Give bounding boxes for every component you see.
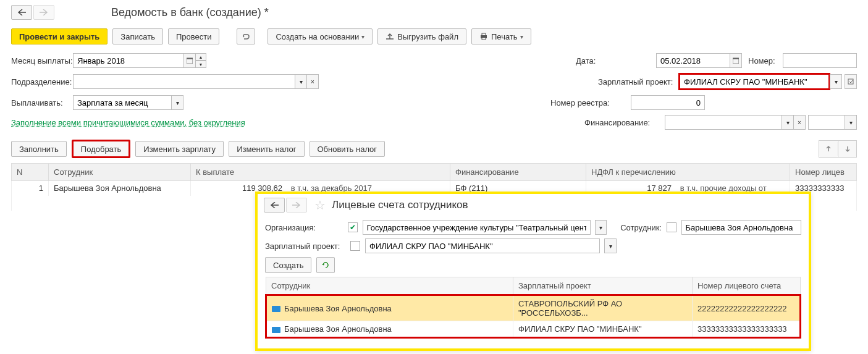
arrow-right-icon — [292, 202, 301, 208]
calendar-icon — [733, 57, 739, 64]
change-salary-button[interactable]: Изменить зарплату — [135, 141, 224, 157]
arrow-down-icon — [845, 145, 851, 153]
nav-back-button[interactable] — [11, 5, 32, 20]
popup-cell-emp: Барышева Зоя Арнольдовна — [266, 295, 513, 321]
calendar-icon — [187, 57, 193, 64]
nav-forward-button[interactable] — [33, 5, 54, 20]
popup-col-proj[interactable]: Зарплатный проект — [513, 277, 693, 295]
salary-proj-open-button[interactable] — [845, 74, 857, 89]
popup-emp-input[interactable] — [681, 220, 801, 235]
svg-rect-7 — [848, 79, 853, 84]
move-down-button[interactable] — [838, 141, 856, 157]
popup-row[interactable]: Барышева Зоя Арнольдовна СТАВРОПОЛЬСКИЙ … — [266, 295, 801, 321]
col-acc[interactable]: Номер лицев — [790, 164, 857, 181]
refresh-icon — [322, 261, 329, 269]
move-up-button[interactable] — [819, 141, 838, 157]
col-emp[interactable]: Сотрудник — [49, 164, 191, 181]
popup-proj-dropdown[interactable]: ▾ — [604, 238, 617, 253]
registry-no-label: Номер реестра: — [550, 98, 631, 107]
col-topay[interactable]: К выплате — [191, 164, 450, 181]
number-input[interactable] — [783, 53, 857, 68]
popup-proj-input[interactable] — [365, 238, 600, 253]
favorite-icon[interactable]: ☆ — [314, 198, 326, 213]
print-icon — [479, 33, 488, 40]
popup-proj-label: Зарплатный проект: — [265, 242, 345, 251]
col-n[interactable]: N — [12, 164, 49, 181]
dept-input[interactable] — [73, 74, 295, 89]
dept-clear-button[interactable]: × — [306, 74, 319, 89]
month-up-button[interactable]: ▲ — [195, 53, 206, 61]
registry-no-input[interactable] — [631, 95, 705, 110]
fill-mode-link[interactable]: Заполнение всеми причитающимися суммами,… — [11, 118, 245, 127]
attach-button[interactable] — [237, 28, 255, 44]
upload-label: Выгрузить файл — [397, 32, 458, 41]
pay-dropdown-button[interactable]: ▾ — [171, 95, 183, 110]
date-calendar-button[interactable] — [730, 53, 742, 68]
date-label: Дата: — [576, 56, 656, 65]
upload-file-button[interactable]: Выгрузить файл — [377, 28, 466, 44]
dept-dropdown-button[interactable]: ▾ — [295, 74, 307, 89]
popup-cell-acc: 33333333333333333333 — [693, 321, 801, 338]
arrow-right-icon — [40, 9, 48, 15]
svg-rect-2 — [482, 38, 486, 40]
popup-row[interactable]: Барышева Зоя Арнольдовна ФИЛИАЛ СКРУ ПАО… — [266, 321, 801, 338]
fill-button[interactable]: Заполнить — [11, 141, 67, 157]
popup-back-button[interactable] — [264, 198, 285, 213]
month-label: Месяц выплаты: — [11, 56, 73, 65]
dept-label: Подразделение: — [11, 77, 73, 86]
page-title: Ведомость в банк (создание) * — [111, 6, 269, 19]
salary-proj-dropdown-button[interactable]: ▾ — [830, 74, 842, 89]
finance-input-1[interactable] — [665, 115, 782, 130]
arrow-up-icon — [825, 145, 832, 153]
popup-refresh-button[interactable] — [316, 257, 335, 273]
card-icon — [272, 306, 280, 312]
salary-proj-input[interactable] — [680, 75, 828, 88]
post-button[interactable]: Провести — [168, 28, 220, 44]
col-ndfl[interactable]: НДФЛ к перечислению — [586, 164, 790, 181]
finance-clear-1[interactable]: × — [793, 115, 806, 130]
update-tax-button[interactable]: Обновить налог — [310, 141, 386, 157]
finance-dropdown-2[interactable]: ▾ — [845, 115, 857, 130]
create-based-on-button[interactable]: Создать на основании — [268, 28, 373, 44]
popup-create-button[interactable]: Создать — [265, 257, 311, 273]
print-button[interactable]: Печать — [471, 28, 531, 44]
popup-org-dropdown[interactable]: ▾ — [595, 220, 607, 235]
print-label: Печать — [491, 32, 518, 41]
popup-emp-check[interactable] — [667, 222, 676, 232]
salary-proj-label: Зарплатный проект: — [598, 77, 678, 86]
popup-cell-proj: СТАВРОПОЛЬСКИЙ РФ АО "РОССЕЛЬХОЗБ... — [513, 295, 693, 321]
popup-org-input[interactable] — [363, 220, 591, 235]
svg-rect-6 — [733, 58, 739, 59]
post-and-close-button[interactable]: Провести и закрыть — [11, 28, 107, 44]
cell-emp: Барышева Зоя Арнольдовна — [49, 181, 191, 196]
popup-col-acc[interactable]: Номер лицевого счета — [693, 277, 801, 295]
month-down-button[interactable]: ▼ — [195, 61, 206, 68]
card-icon — [272, 327, 280, 333]
popup-table: Сотрудник Зарплатный проект Номер лицево… — [265, 277, 801, 339]
popup-emp-label: Сотрудник: — [620, 223, 662, 232]
finance-dropdown-1[interactable]: ▾ — [782, 115, 794, 130]
arrow-left-icon — [17, 9, 26, 15]
accounts-popup: ☆ Лицевые счета сотрудников Организация:… — [255, 192, 811, 351]
popup-cell-emp: Барышева Зоя Арнольдовна — [266, 321, 513, 338]
popup-cell-proj: ФИЛИАЛ СКРУ ПАО "МИНБАНК" — [513, 321, 693, 338]
popup-col-emp[interactable]: Сотрудник — [266, 277, 513, 295]
open-icon — [848, 78, 854, 85]
pay-label: Выплачивать: — [11, 98, 73, 107]
move-buttons — [819, 140, 857, 158]
month-calendar-button[interactable] — [183, 53, 196, 68]
popup-forward-button[interactable] — [286, 198, 307, 213]
date-input[interactable] — [656, 53, 730, 68]
popup-proj-check[interactable] — [350, 241, 360, 251]
finance-input-2[interactable] — [808, 115, 845, 130]
popup-org-check[interactable]: ✔ — [348, 222, 358, 232]
change-tax-button[interactable]: Изменить налог — [229, 141, 304, 157]
cell-n: 1 — [12, 181, 49, 196]
save-button[interactable]: Записать — [112, 28, 163, 44]
month-input[interactable] — [73, 53, 184, 68]
arrow-left-icon — [270, 202, 279, 208]
select-button[interactable]: Подобрать — [72, 140, 130, 158]
pay-input[interactable] — [73, 95, 172, 110]
col-fin[interactable]: Финансирование — [450, 164, 586, 181]
upload-icon — [386, 33, 394, 40]
